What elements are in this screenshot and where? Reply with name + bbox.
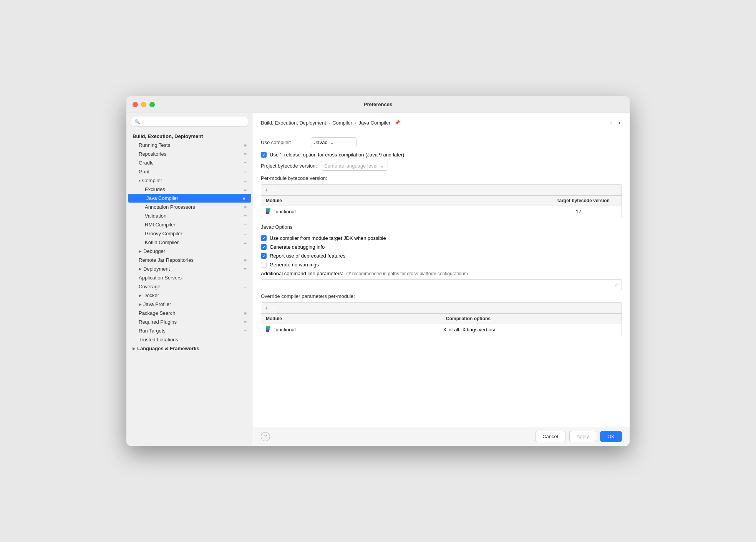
- settings-icon: ≡: [243, 196, 245, 201]
- search-box[interactable]: 🔍: [131, 117, 248, 126]
- breadcrumb-sep2: ›: [355, 120, 356, 126]
- nav-back-button[interactable]: ‹: [608, 118, 613, 127]
- bytecode-table-toolbar: + −: [261, 185, 622, 196]
- close-button[interactable]: [133, 102, 138, 107]
- col-module2: Module: [261, 314, 441, 324]
- option-label-4: Generate no warnings: [270, 262, 319, 268]
- sidebar-item-remote-jar-repos[interactable]: Remote Jar Repositories ≡: [126, 256, 253, 264]
- module-icon: [266, 326, 272, 333]
- help-button[interactable]: ?: [261, 432, 270, 441]
- apply-button[interactable]: Apply: [569, 431, 597, 442]
- sidebar-item-running-tests[interactable]: Running Tests ≡: [126, 141, 253, 150]
- per-module-label: Per-module bytecode version:: [261, 175, 622, 181]
- search-input[interactable]: [143, 119, 245, 125]
- sidebar-item-java-compiler[interactable]: Java Compiler ≡: [128, 194, 251, 203]
- option-row-3: ✓ Report use of deprecated features: [261, 253, 622, 259]
- minimize-button[interactable]: [141, 102, 146, 107]
- sidebar-item-gradle[interactable]: Gradle ≡: [126, 158, 253, 167]
- settings-icon: ≡: [244, 258, 247, 263]
- add-override-button[interactable]: +: [264, 305, 269, 311]
- option-checkbox-2[interactable]: ✓: [261, 244, 267, 250]
- search-icon: 🔍: [134, 119, 140, 125]
- sidebar-item-docker[interactable]: ▶ Docker: [126, 291, 253, 300]
- sidebar-item-languages-frameworks[interactable]: ▶ Languages & Frameworks: [126, 344, 253, 353]
- main-panel: Build, Execution, Deployment › Compiler …: [253, 113, 630, 446]
- settings-icon: ≡: [244, 143, 247, 148]
- sidebar-item-validation[interactable]: Validation ≡: [126, 211, 253, 220]
- sidebar-item-debugger[interactable]: ▶ Debugger: [126, 247, 253, 256]
- sidebar-section-build[interactable]: Build, Execution, Deployment: [126, 132, 253, 141]
- window-title: Preferences: [364, 101, 392, 107]
- override-module-cell: functional: [266, 326, 441, 333]
- chevron-right-icon: ▶: [139, 293, 142, 298]
- sidebar-item-java-profiler[interactable]: ▶ Java Profiler: [126, 300, 253, 309]
- add-bytecode-button[interactable]: +: [264, 187, 269, 193]
- cross-compilation-label: Use '--release' option for cross-compila…: [270, 152, 404, 158]
- sidebar-item-deployment[interactable]: ▶ Deployment ≡: [126, 264, 253, 273]
- breadcrumb-part1: Build, Execution, Deployment: [261, 120, 326, 126]
- breadcrumb-sep1: ›: [328, 120, 330, 126]
- option-checkbox-4[interactable]: [261, 262, 267, 268]
- footer-left: ?: [261, 432, 531, 441]
- cross-compilation-checkbox[interactable]: ✓: [261, 152, 267, 158]
- cmd-input[interactable]: ⤢: [261, 279, 622, 290]
- option-checkbox-1[interactable]: ✓: [261, 235, 267, 241]
- compiler-select[interactable]: Javac ⌄: [311, 137, 357, 147]
- pin-icon: 📌: [395, 120, 400, 125]
- sidebar-item-groovy-compiler[interactable]: Groovy Compiler ≡: [126, 229, 253, 238]
- bytecode-version-select[interactable]: Same as language level ⌄: [321, 161, 388, 171]
- maximize-button[interactable]: [149, 102, 155, 107]
- override-table-header: Module Compilation options: [261, 314, 622, 324]
- sidebar-item-compiler[interactable]: ▾ Compiler ≡: [126, 176, 253, 185]
- settings-icon: ≡: [244, 284, 247, 289]
- sidebar-item-coverage[interactable]: Coverage ≡: [126, 282, 253, 291]
- sidebar-item-excludes[interactable]: Excludes ≡: [126, 185, 253, 194]
- main-content-area: 🔍 Build, Execution, Deployment Running T…: [126, 113, 630, 446]
- chevron-right-icon: ▶: [139, 249, 142, 253]
- cmd-params-hint: ('/' recommended in paths for cross-plat…: [346, 271, 468, 276]
- breadcrumb-part2: Compiler: [332, 120, 352, 126]
- breadcrumb-part3: Java Compiler: [359, 120, 391, 126]
- checkmark-icon: ✓: [262, 153, 265, 157]
- window-controls: [133, 102, 155, 107]
- bytecode-table-header: Module Target bytecode version: [261, 196, 622, 206]
- use-compiler-row: Use compiler: Javac ⌄: [261, 137, 622, 147]
- sidebar-item-application-servers[interactable]: Application Servers: [126, 273, 253, 282]
- settings-icon: ≡: [244, 240, 247, 245]
- nav-forward-button[interactable]: ›: [617, 118, 622, 127]
- sidebar-item-package-search[interactable]: Package Search ≡: [126, 309, 253, 318]
- sidebar-item-annotation-processors[interactable]: Annotation Processors ≡: [126, 203, 253, 211]
- module-name: functional: [274, 209, 296, 214]
- sidebar-item-gant[interactable]: Gant ≡: [126, 167, 253, 176]
- remove-bytecode-button[interactable]: −: [272, 187, 277, 193]
- sidebar-item-trusted-locations[interactable]: Trusted Locations: [126, 335, 253, 344]
- sidebar: 🔍 Build, Execution, Deployment Running T…: [126, 113, 253, 446]
- override-label: Override compiler parameters per-module:: [261, 293, 622, 299]
- sidebar-item-kotlin-compiler[interactable]: Kotlin Compiler ≡: [126, 238, 253, 247]
- remove-override-button[interactable]: −: [272, 305, 277, 311]
- option-row-1: ✓ Use compiler from module target JDK wh…: [261, 235, 622, 241]
- ok-button[interactable]: OK: [600, 431, 622, 442]
- option-checkbox-3[interactable]: ✓: [261, 253, 267, 259]
- javac-options-section: Javac Options: [261, 222, 622, 231]
- cancel-button[interactable]: Cancel: [535, 431, 565, 442]
- sidebar-item-run-targets[interactable]: Run Targets ≡: [126, 326, 253, 335]
- chevron-right-icon: ▶: [139, 302, 142, 306]
- sidebar-item-rmi-compiler[interactable]: RMI Compiler ≡: [126, 220, 253, 229]
- sidebar-list: Build, Execution, Deployment Running Tes…: [126, 130, 253, 446]
- breadcrumb: Build, Execution, Deployment › Compiler …: [261, 120, 400, 126]
- cmd-input-row: ⤢: [261, 279, 622, 290]
- sidebar-item-repositories[interactable]: Repositories ≡: [126, 150, 253, 158]
- sidebar-item-required-plugins[interactable]: Required Plugins ≡: [126, 318, 253, 326]
- expand-icon[interactable]: ⤢: [615, 282, 618, 288]
- table-row[interactable]: functional -Xlint:all -Xdiags:verbose: [261, 324, 622, 335]
- override-module-name: functional: [274, 327, 296, 333]
- settings-icon: ≡: [244, 329, 247, 333]
- settings-icon: ≡: [244, 223, 247, 227]
- table-row[interactable]: functional 17: [261, 206, 622, 217]
- bytecode-version-label: Project bytecode version:: [261, 163, 317, 169]
- bytecode-arrow-icon: ⌄: [380, 163, 385, 169]
- select-arrow-icon: ⌄: [330, 139, 334, 145]
- cmd-params-row: Additional command line parameters: ('/'…: [261, 271, 622, 276]
- chevron-down-icon: ▾: [139, 178, 141, 183]
